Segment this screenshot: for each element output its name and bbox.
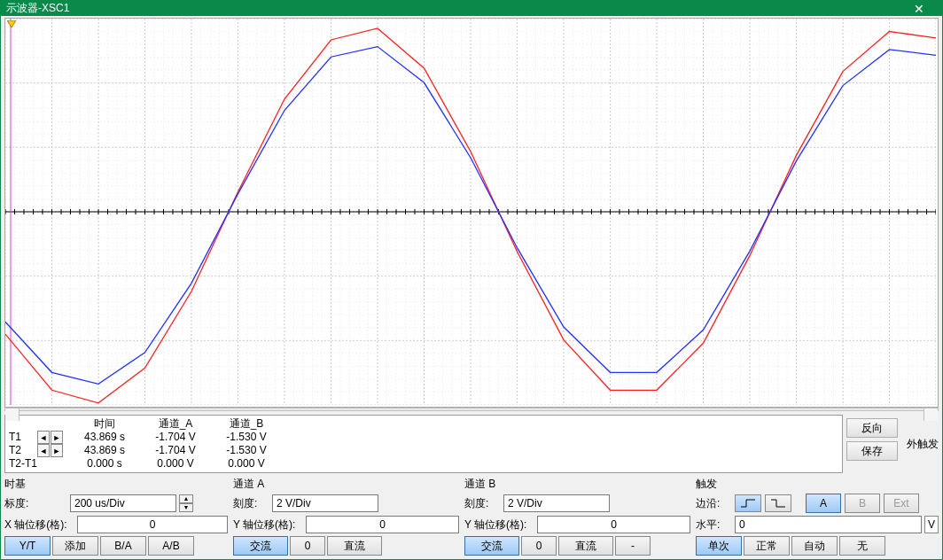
chb-scale-label: 刻度: bbox=[464, 496, 500, 511]
timebase-scale-down-icon[interactable]: ▼ bbox=[179, 503, 193, 512]
t1-label: T1 bbox=[9, 431, 37, 444]
cha-title: 通道 A bbox=[233, 477, 459, 492]
cha-zero-button[interactable]: 0 bbox=[290, 536, 325, 556]
t1-left-icon[interactable]: ◄ bbox=[37, 431, 50, 444]
chb-zero-button[interactable]: 0 bbox=[521, 536, 557, 556]
trigger-title: 触发 bbox=[696, 477, 939, 492]
edge-falling-icon[interactable] bbox=[765, 494, 791, 512]
waveform-plot bbox=[5, 19, 936, 405]
tdiff-time: 0.000 s bbox=[69, 457, 140, 471]
timebase-scale-up-icon[interactable]: ▲ bbox=[179, 494, 193, 503]
timebase-title: 时基 bbox=[4, 477, 228, 492]
t1-right-icon[interactable]: ► bbox=[51, 431, 63, 444]
ext-trigger-label: 外触发 bbox=[907, 437, 939, 452]
trig-src-ext-button[interactable]: Ext bbox=[884, 494, 919, 513]
window-title: 示波器-XSC1 bbox=[6, 1, 901, 16]
cha-scale-label: 刻度: bbox=[233, 496, 269, 511]
timebase-scale-input[interactable]: 200 us/Div bbox=[70, 494, 176, 512]
tdiff-cha: 0.000 V bbox=[140, 457, 211, 471]
trig-src-a-button[interactable]: A bbox=[806, 494, 841, 513]
horizontal-scrollbar[interactable] bbox=[4, 408, 939, 411]
chb-title: 通道 B bbox=[464, 477, 690, 492]
yt-button[interactable]: Y/T bbox=[4, 536, 51, 556]
trigger-group: 触发 边沿: A B Ext 水平: 0 V 单次 正常 自动 无 bbox=[696, 477, 939, 556]
t1-chb: -1.530 V bbox=[211, 431, 282, 444]
cha-header: 通道_A bbox=[140, 417, 211, 431]
channel-b-group: 通道 B 刻度: 2 V/Div Y 轴位移(格): 0 交流 0 直流 - bbox=[464, 477, 690, 556]
channel-a-group: 通道 A 刻度: 2 V/Div Y 轴位移(格): 0 交流 0 直流 bbox=[233, 477, 459, 556]
t2-left-icon[interactable]: ◄ bbox=[37, 444, 50, 457]
add-button[interactable]: 添加 bbox=[52, 536, 98, 556]
cha-scale-input[interactable]: 2 V/Div bbox=[272, 494, 378, 512]
trig-src-b-button[interactable]: B bbox=[845, 494, 880, 513]
level-input[interactable]: 0 bbox=[735, 516, 922, 533]
titlebar: 示波器-XSC1 ✕ bbox=[1, 1, 942, 16]
cha-ypos-input[interactable]: 0 bbox=[306, 516, 459, 533]
mode-auto-button[interactable]: 自动 bbox=[791, 536, 838, 556]
edge-label: 边沿: bbox=[696, 496, 731, 511]
cha-ac-button[interactable]: 交流 bbox=[233, 536, 288, 556]
save-button[interactable]: 保存 bbox=[846, 441, 898, 461]
level-unit: V bbox=[924, 516, 939, 533]
chb-ypos-input[interactable]: 0 bbox=[537, 516, 690, 533]
mode-single-button[interactable]: 单次 bbox=[696, 536, 742, 556]
scroll-right-icon[interactable] bbox=[924, 408, 938, 421]
scroll-track[interactable] bbox=[19, 408, 924, 410]
cursor-readout: T1 T2 T2-T1 ◄ ► ◄ ► 时间 43.869 s 43.8 bbox=[4, 415, 843, 473]
edge-rising-icon[interactable] bbox=[735, 494, 761, 512]
time-header: 时间 bbox=[69, 417, 140, 431]
svg-marker-0 bbox=[7, 20, 16, 27]
cha-ypos-label: Y 轴位移(格): bbox=[233, 517, 302, 533]
scope-display[interactable] bbox=[4, 18, 939, 408]
cursor-marker-icon[interactable] bbox=[7, 20, 16, 29]
tdiff-label: T2-T1 bbox=[9, 457, 37, 471]
chb-minus-button[interactable]: - bbox=[615, 536, 651, 556]
level-label: 水平: bbox=[696, 517, 731, 533]
tdiff-chb: 0.000 V bbox=[211, 457, 282, 471]
timebase-scale-label: 标度: bbox=[4, 496, 66, 511]
t2-cha: -1.704 V bbox=[140, 444, 211, 457]
chb-dc-button[interactable]: 直流 bbox=[558, 536, 613, 556]
t2-time: 43.869 s bbox=[69, 444, 140, 457]
reverse-button[interactable]: 反向 bbox=[846, 418, 898, 438]
chb-scale-input[interactable]: 2 V/Div bbox=[503, 494, 610, 512]
mode-none-button[interactable]: 无 bbox=[839, 536, 885, 556]
timebase-xpos-input[interactable]: 0 bbox=[77, 516, 228, 533]
cha-dc-button[interactable]: 直流 bbox=[327, 536, 382, 556]
close-icon[interactable]: ✕ bbox=[901, 2, 937, 16]
timebase-xpos-label: X 轴位移(格): bbox=[4, 517, 74, 533]
t1-cha: -1.704 V bbox=[140, 431, 211, 444]
scroll-left-icon[interactable] bbox=[5, 408, 19, 421]
chb-ypos-label: Y 轴位移(格): bbox=[464, 517, 534, 533]
ab-button[interactable]: A/B bbox=[148, 536, 194, 556]
ba-button[interactable]: B/A bbox=[100, 536, 146, 556]
t2-label: T2 bbox=[9, 444, 37, 457]
t2-right-icon[interactable]: ► bbox=[51, 444, 63, 457]
timebase-group: 时基 标度: 200 us/Div ▲▼ X 轴位移(格): 0 Y/T 添加 … bbox=[4, 477, 228, 556]
mode-normal-button[interactable]: 正常 bbox=[744, 536, 790, 556]
t2-chb: -1.530 V bbox=[211, 444, 282, 457]
t1-time: 43.869 s bbox=[69, 431, 140, 444]
chb-header: 通道_B bbox=[211, 417, 282, 431]
chb-ac-button[interactable]: 交流 bbox=[464, 536, 519, 556]
